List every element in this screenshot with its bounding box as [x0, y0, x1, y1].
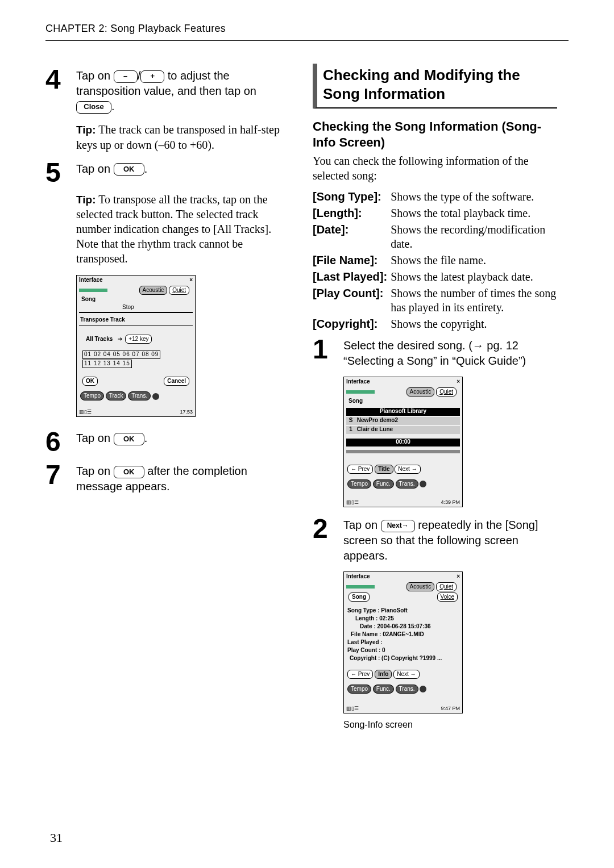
sshot2-library: Pianosoft Library	[346, 408, 460, 416]
info-key: [Play Count]:	[313, 285, 391, 316]
sshot1-tempo: Tempo	[80, 391, 104, 400]
sshot2-func: Func.	[373, 479, 394, 489]
sshot2-trans: Trans.	[396, 479, 418, 489]
step4-text-a: Tap on	[76, 69, 110, 82]
dot-icon	[420, 481, 426, 487]
page-number: 31	[50, 831, 63, 845]
screenshot-transpose-track: Interface × Acoustic Quiet Song Stop Tra…	[76, 275, 196, 417]
sshot3-trans: Trans.	[396, 685, 418, 694]
step4-period: .	[111, 100, 115, 112]
sshot1-tracks-row1: 01 02 04 05 06 07 08 09	[82, 350, 160, 359]
rowname: NewPro demo2	[357, 417, 398, 423]
minus-button[interactable]: –	[114, 70, 138, 83]
sshot2-title: Interface	[346, 378, 370, 386]
info-row: [Date]:Shows the recording/modification …	[313, 222, 557, 252]
rownum: 1	[346, 426, 355, 433]
sshot2-song: Song	[349, 398, 363, 405]
info-row: [Last Played]:Shows the latest playback …	[313, 269, 557, 285]
subheading: Checking the Song Information (Song-Info…	[313, 119, 557, 150]
close-button[interactable]: Close	[76, 101, 111, 114]
step-body: Tap on OK.	[76, 431, 147, 453]
dot-icon	[420, 686, 426, 692]
step5-period: .	[144, 162, 148, 175]
sshot3-song: Song	[349, 592, 370, 602]
plus-button[interactable]: +	[140, 70, 164, 83]
info-key: [File Name]:	[313, 252, 391, 269]
step-body: Tap on OK.	[76, 161, 147, 184]
tab-acoustic: Acoustic	[406, 582, 435, 591]
tip5-text: To transpose all the tracks, tap on the …	[76, 193, 271, 265]
sshot3-l5: Last Played :	[347, 639, 383, 646]
statusbar-icons: ▥▯☰	[79, 409, 92, 415]
sshot3-title: Interface	[346, 573, 370, 581]
sshot1-cancel: Cancel	[164, 377, 189, 386]
sshot2-prev: ← Prev	[347, 465, 373, 474]
info-row: [Length]:Shows the total playback time.	[313, 205, 557, 222]
info-val: Shows the copyright.	[391, 316, 557, 332]
ok-button[interactable]: OK	[114, 466, 144, 478]
left-column: 4 Tap on –/+ to adjust the transposition…	[45, 64, 290, 731]
next-button[interactable]: Next →	[381, 520, 415, 532]
step-6: 6 Tap on OK.	[45, 431, 290, 453]
sshot3-tempo: Tempo	[347, 685, 371, 694]
step-body: Tap on –/+ to adjust the transposition v…	[76, 68, 290, 114]
sshot2-clock: 4:39 PM	[441, 499, 460, 506]
tab-quiet: Quiet	[169, 286, 189, 295]
rowname: Clair de Lune	[357, 426, 393, 432]
info-val: Shows the number of times the song has p…	[391, 285, 557, 316]
screenshot-song-info: Interface × Acoustic Quiet Song Voice So…	[343, 571, 463, 713]
tip-label: Tip:	[76, 124, 96, 136]
sshot3-info-tab: Info	[375, 670, 392, 679]
close-icon: ×	[189, 277, 193, 284]
sshot1-alltracks: All Tracks	[86, 336, 113, 342]
info-row: [Play Count]:Shows the number of times t…	[313, 285, 557, 316]
tab-quiet: Quiet	[436, 582, 457, 591]
divider	[79, 326, 193, 326]
right-step-1: 1 Select the desired song. (→ pg. 12 “Se…	[313, 338, 557, 369]
info-val: Shows the file name.	[391, 252, 557, 269]
statusbar-icons: ▥▯☰	[346, 706, 359, 711]
dot-icon	[152, 393, 159, 400]
sshot3-l3: Date : 2004-06-28 15:07:36	[360, 623, 431, 631]
screenshot-song-title: Interface × Acoustic Quiet Song Pianosof…	[343, 377, 463, 507]
step-7: 7 Tap on OK after the completion message…	[45, 464, 290, 494]
sshot3-l1: Song Type : PianoSoft	[347, 607, 408, 615]
sshot3-l6: Play Count : 0	[347, 647, 385, 654]
info-key: [Length]:	[313, 205, 391, 222]
sshot2-title-tab: Title	[375, 465, 393, 474]
sshot1-clock: 17:53	[180, 409, 193, 415]
step-body: Tap on Next → repeatedly in the [Song] s…	[343, 518, 557, 564]
close-icon: ×	[457, 378, 460, 386]
ok-button[interactable]: OK	[114, 163, 144, 176]
sshot2-next: Next →	[395, 465, 420, 474]
info-key: [Song Type]:	[313, 189, 391, 205]
intro-text: You can check the following information …	[313, 153, 557, 183]
step-body: Tap on OK after the completion message a…	[76, 464, 290, 494]
info-row: [Copyright]:Shows the copyright.	[313, 316, 557, 332]
divider	[79, 312, 193, 313]
step-4: 4 Tap on –/+ to adjust the transposition…	[45, 68, 290, 114]
step6-text-a: Tap on	[76, 432, 110, 444]
sshot1-track: Track	[106, 391, 127, 400]
info-row: [File Name]:Shows the file name.	[313, 252, 557, 269]
screenshot3-caption: Song-Info screen	[343, 719, 557, 731]
info-val: Shows the latest playback date.	[391, 269, 557, 285]
ok-button[interactable]: OK	[114, 433, 144, 445]
sshot1-section: Transpose Track	[80, 316, 125, 324]
close-icon: ×	[457, 573, 460, 581]
step-number: 5	[45, 161, 73, 184]
sshot3-voice: Voice	[437, 592, 458, 602]
info-key: [Date]:	[313, 222, 391, 252]
sshot1-stop: Stop	[122, 304, 134, 311]
tip-5: Tip: To transpose all the tracks, tap on…	[76, 192, 290, 266]
info-val: Shows the recording/modification date.	[391, 222, 557, 252]
sshot3-func: Func.	[373, 685, 394, 694]
chapter-header: CHAPTER 2: Song Playback Features	[45, 23, 569, 35]
header-rule	[45, 40, 569, 41]
tab-acoustic: Acoustic	[406, 387, 435, 397]
sshot3-l7: Copyright : (C) Copyright ?1999 ...	[350, 655, 442, 662]
tip-label: Tip:	[76, 194, 96, 206]
sshot3-next: Next →	[393, 670, 419, 679]
sshot2-tempo: Tempo	[347, 479, 371, 489]
right-column: Checking and Modifying the Song Informat…	[313, 64, 557, 731]
